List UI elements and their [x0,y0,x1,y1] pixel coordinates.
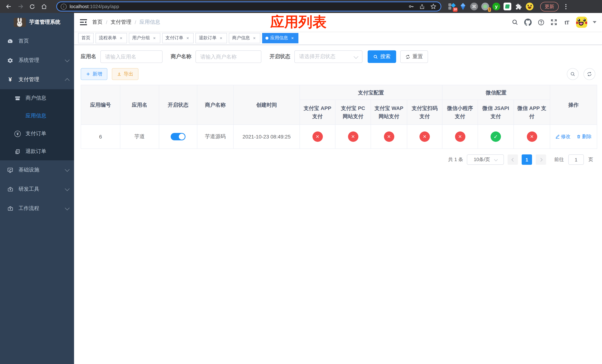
trash-icon [576,134,581,139]
sidebar-logo[interactable]: 芋道管理系统 [0,13,74,32]
table-grid-icon [14,113,21,119]
show-search-icon[interactable] [567,68,579,80]
prev-page-button[interactable] [508,154,518,165]
reload-icon[interactable] [27,2,37,11]
page-content: 应用名 商户名称 开启状态 请选择开启状态 搜索 [74,45,602,364]
help-icon[interactable] [537,19,545,26]
payment-submenu: 商户信息 应用信息 支付订单 退款订单 [0,89,74,160]
tab-home[interactable]: 首页 [78,33,94,43]
sidebar-collapse-icon[interactable] [80,19,87,26]
breadcrumb-home[interactable]: 首页 [92,19,103,26]
extension-grid-icon[interactable]: 10 [448,3,456,10]
col-ops: 操作 [550,85,597,125]
close-icon[interactable] [218,35,224,41]
status-cross-icon [419,131,430,142]
github-icon[interactable] [524,19,532,26]
close-icon[interactable] [185,35,190,41]
col-alipay-app: 支付宝 APP 支付 [300,100,335,125]
tab-refund-order[interactable]: 退款订单 [195,33,227,43]
goto-label: 前往 [554,156,564,163]
briefcase-icon [7,205,13,212]
export-button[interactable]: 导出 [112,68,139,80]
chevron-down-icon [65,186,69,191]
current-page-button[interactable]: 1 [522,154,532,165]
tab-app-info[interactable]: 应用信息 [262,33,298,43]
table-row: 6 芋道 芋道源码 2021-10-23 08:49:25 [81,125,597,149]
chevron-down-icon [494,157,498,161]
close-icon[interactable] [252,35,257,41]
extension-chat-icon[interactable] [504,3,511,10]
merchant-name-input[interactable] [195,50,261,63]
search-button[interactable]: 搜索 [368,50,396,63]
gear-icon [7,57,13,64]
font-size-icon[interactable] [563,19,570,26]
sidebar-item-pay-order[interactable]: 支付订单 [0,125,74,143]
extension-badge: 10 [453,7,458,12]
app-name-input[interactable] [100,50,162,63]
tab-pay-order[interactable]: 支付订单 [162,33,194,43]
status-toggle[interactable] [171,133,185,140]
breadcrumb-payment[interactable]: 支付管理 [111,19,131,26]
sidebar-item-refund-order[interactable]: 退款订单 [0,143,74,160]
download-icon [117,72,121,76]
extension-balloon-icon[interactable] [459,3,467,10]
goto-page-input[interactable] [568,154,584,165]
extension-lens-icon[interactable]: 1 [481,3,489,10]
close-icon[interactable] [152,35,157,41]
tab-user-group[interactable]: 用户分组 [129,33,160,43]
extension-command-icon[interactable]: ⌘ [470,3,478,10]
share-icon[interactable] [418,3,426,10]
extensions-puzzle-icon[interactable] [515,3,522,10]
col-alipay-pc: 支付宝 PC 网站支付 [335,100,371,125]
sidebar-item-payment[interactable]: 支付管理 [0,70,74,89]
next-page-button[interactable] [536,154,546,165]
user-avatar[interactable] [576,17,587,28]
extension-y-icon[interactable]: y [492,3,500,10]
sidebar-item-home[interactable]: 首页 [0,32,74,51]
close-icon[interactable] [118,35,124,41]
home-icon[interactable] [39,2,49,11]
edit-link[interactable]: 修改 [555,133,570,140]
sidebar-item-infrastructure[interactable]: 基础设施 [0,160,74,180]
sidebar-item-workflow[interactable]: 工作流程 [0,199,74,218]
col-group-alipay: 支付宝配置 [300,85,442,100]
close-icon[interactable] [290,35,295,41]
url-text[interactable]: localhost:1024/pay/app [70,4,119,9]
fullscreen-icon[interactable] [550,19,558,26]
cell-app-id: 6 [81,125,120,149]
sidebar-item-dev-tools[interactable]: 研发工具 [0,180,74,199]
breadcrumb-separator: / [106,19,107,25]
sidebar-item-app-info[interactable]: 应用信息 [0,107,74,125]
browser-update-button[interactable]: 更新 [540,2,559,11]
col-wechat-jsapi: 微信 JSAPI 支付 [478,100,514,125]
profile-emoji-icon[interactable] [526,3,534,10]
status-cross-icon [312,131,323,142]
url-bar[interactable]: i localhost:1024/pay/app [56,1,441,11]
chevron-down-icon [65,167,69,171]
tab-merchant-info[interactable]: 商户信息 [229,33,260,43]
page-size-select[interactable]: 10条/页 [467,154,504,165]
add-button[interactable]: 新增 [81,68,107,80]
password-key-icon[interactable] [407,3,415,10]
site-info-icon[interactable]: i [61,3,67,10]
avatar-dropdown-caret[interactable] [593,21,596,23]
status-label: 开启状态 [269,53,290,60]
tags-view: 首页 流程表单 用户分组 支付订单 退款订单 商户信息 应用信息 [74,32,602,45]
browser-menu-icon[interactable] [563,4,568,9]
header-search-icon[interactable] [511,19,519,26]
sidebar-item-merchant-info[interactable]: 商户信息 [0,89,74,107]
reset-button[interactable]: 重置 [400,50,428,63]
filter-form: 应用名 商户名称 开启状态 请选择开启状态 搜索 [81,50,595,63]
refresh-table-icon[interactable] [583,68,595,80]
cell-created: 2021-10-23 08:49:25 [233,125,300,149]
logo-image [14,18,26,27]
chevron-down-icon [354,54,358,58]
bookmark-star-icon[interactable] [430,3,437,10]
cell-status [159,125,197,149]
back-icon[interactable] [4,2,13,11]
delete-link[interactable]: 删除 [576,133,592,140]
status-select[interactable]: 请选择开启状态 [294,50,363,63]
cell-alipay-wap [371,125,407,149]
sidebar-item-system[interactable]: 系统管理 [0,51,74,70]
tab-process-form[interactable]: 流程表单 [96,33,127,43]
